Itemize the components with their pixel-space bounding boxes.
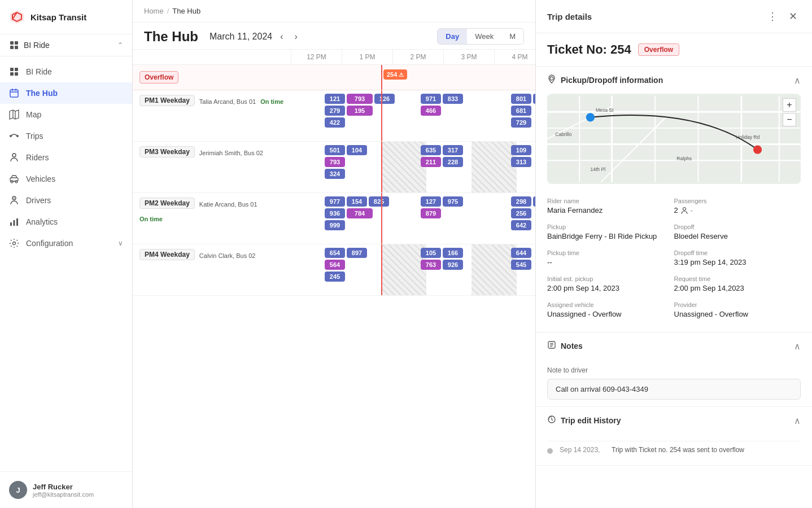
passengers-value: 2 -	[674, 206, 801, 214]
pm2-tickets-mid: 127 975 879	[421, 196, 463, 218]
ticket-127[interactable]: 127	[421, 196, 441, 207]
pickup-dropoff-header[interactable]: Pickup/Dropoff information ∧	[536, 67, 812, 94]
ticket-detail-header: Ticket No: 254 Overflow	[536, 33, 812, 67]
tab-week[interactable]: Week	[467, 29, 501, 44]
ticket-126[interactable]: 126	[374, 94, 395, 104]
ticket-313[interactable]: 313	[511, 157, 531, 167]
route-row-pm3: PM3 Weekday Jerimiah Smith, Bus 02 501 1…	[133, 142, 535, 193]
ticket-564[interactable]: 564	[325, 260, 345, 270]
ticket-825[interactable]: 825	[369, 196, 389, 207]
passengers-cell: Passengers 2 -	[674, 193, 801, 219]
ticket-784[interactable]: 784	[347, 208, 373, 218]
panel-more-button[interactable]: ⋮	[764, 9, 781, 24]
sidebar-item-riders[interactable]: Riders	[0, 147, 132, 168]
ticket-635[interactable]: 635	[421, 145, 441, 155]
hour-2pm: 2 PM	[392, 50, 443, 64]
sidebar-item-trips[interactable]: Trips	[0, 125, 132, 147]
ticket-793[interactable]: 793	[347, 94, 373, 104]
ticket-245[interactable]: 245	[325, 271, 345, 282]
ticket-681[interactable]: 681	[511, 106, 531, 116]
org-selector[interactable]: BI Ride ⌃	[0, 34, 132, 56]
app-logo: Kitsap Transit	[0, 0, 132, 34]
ticket-254[interactable]: 254 ⚠	[383, 69, 407, 80]
ticket-104[interactable]: 104	[347, 145, 367, 155]
ticket-801[interactable]: 801	[511, 94, 531, 104]
ticket-279[interactable]: 279	[325, 106, 345, 116]
sidebar-item-drivers[interactable]: Drivers	[0, 190, 132, 211]
sidebar-item-configuration[interactable]: Configuration ∨	[0, 233, 132, 254]
pm4-content: 654 897 564 245 105 166	[291, 244, 535, 295]
sidebar-item-analytics[interactable]: Analytics	[0, 211, 132, 233]
pickup-time-label: Pickup time	[547, 249, 674, 256]
hour-3pm: 3 PM	[443, 50, 494, 64]
svg-point-28	[13, 242, 16, 245]
sidebar-item-map[interactable]: Map	[0, 104, 132, 125]
panel-close-button[interactable]: ✕	[785, 9, 801, 24]
sidebar-label-trips: Trips	[26, 132, 43, 141]
svg-text:Holiday Rd: Holiday Rd	[736, 134, 759, 140]
ticket-121[interactable]: 121	[325, 94, 345, 104]
pm3-route-name: PM3 Weekday	[139, 146, 195, 157]
ticket-109[interactable]: 109	[511, 145, 531, 155]
next-date-button[interactable]: ›	[291, 30, 301, 43]
ticket-422[interactable]: 422	[325, 117, 345, 128]
ticket-182[interactable]: 182	[533, 196, 535, 207]
ticket-501[interactable]: 501	[325, 145, 345, 155]
ticket-971[interactable]: 971	[421, 94, 441, 104]
ticket-926[interactable]: 926	[443, 260, 463, 270]
ticket-166[interactable]: 166	[443, 248, 463, 258]
ticket-466[interactable]: 466	[421, 106, 441, 116]
ticket-897[interactable]: 897	[347, 248, 367, 258]
ticket-211[interactable]: 211	[421, 157, 441, 167]
sidebar-item-vehicles[interactable]: Vehicles	[0, 168, 132, 190]
ticket-977[interactable]: 977	[325, 196, 345, 207]
notes-header[interactable]: Notes ∧	[536, 332, 812, 360]
ticket-195[interactable]: 195	[347, 106, 373, 116]
dropoff-time-label: Dropoff time	[674, 249, 801, 256]
ticket-154[interactable]: 154	[347, 196, 367, 207]
overflow-ticket-254[interactable]: 254 ⚠	[383, 69, 407, 80]
map-svg: Mesa St Holiday Rd Cabrillo 14th Pl Ralp…	[547, 94, 801, 184]
ticket-879[interactable]: 879	[421, 208, 441, 218]
ticket-833[interactable]: 833	[443, 94, 463, 104]
tab-day[interactable]: Day	[438, 29, 467, 44]
dropoff-time-value: 3:19 pm Sep 14, 2023	[674, 258, 801, 266]
ticket-545[interactable]: 545	[511, 260, 531, 270]
ticket-644[interactable]: 644	[511, 248, 531, 258]
map-zoom-out-button[interactable]: −	[783, 113, 796, 126]
ticket-729[interactable]: 729	[511, 117, 531, 128]
svg-point-22	[15, 181, 18, 183]
tab-month[interactable]: M	[501, 29, 523, 44]
pm3-hatch-2	[472, 142, 517, 192]
ticket-654[interactable]: 654	[325, 248, 345, 258]
ticket-317[interactable]: 317	[443, 145, 463, 155]
map-zoom-in-button[interactable]: +	[783, 98, 796, 112]
ticket-382[interactable]: 382	[533, 94, 535, 104]
ticket-105[interactable]: 105	[421, 248, 441, 258]
note-to-driver-label: Note to driver	[547, 366, 801, 374]
ticket-975[interactable]: 975	[443, 196, 463, 207]
ticket-298[interactable]: 298	[511, 196, 531, 207]
prev-date-button[interactable]: ‹	[277, 30, 286, 43]
pm4-hatch-2	[472, 244, 517, 295]
history-date: Sep 14 2023,	[560, 446, 605, 454]
sidebar-item-bi-ride[interactable]: BI Ride	[0, 61, 132, 82]
history-header[interactable]: Trip edit History ∧	[536, 407, 812, 434]
hour-12pm: 12 PM	[291, 50, 342, 64]
ticket-324[interactable]: 324	[325, 169, 345, 179]
ticket-793b[interactable]: 793	[325, 157, 345, 167]
pm3-tickets-mid: 635 317 211 228	[421, 145, 463, 167]
sidebar-label-riders: Riders	[26, 153, 49, 162]
ticket-999[interactable]: 999	[325, 220, 345, 230]
pm1-header: PM1 Weekday Talia Arcand, Bus 01 On time	[133, 90, 291, 141]
ticket-642[interactable]: 642	[511, 220, 531, 230]
breadcrumb-home[interactable]: Home	[144, 7, 164, 15]
pm1-route-name: PM1 Weekday	[139, 95, 195, 106]
main-nav: BI Ride The Hub Map Trips Riders	[0, 56, 132, 471]
ticket-763[interactable]: 763	[421, 260, 441, 270]
ticket-228[interactable]: 228	[443, 157, 463, 167]
user-info: Jeff Rucker jeff@kitsaptransit.com	[33, 483, 123, 498]
sidebar-item-the-hub[interactable]: The Hub	[0, 82, 132, 104]
ticket-936[interactable]: 936	[325, 208, 345, 218]
ticket-256[interactable]: 256	[511, 208, 531, 218]
